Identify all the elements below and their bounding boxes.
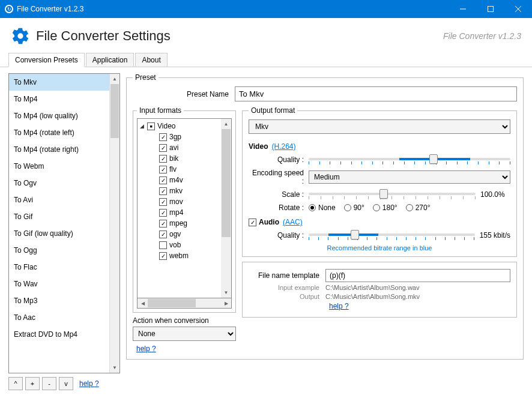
window-minimize-button[interactable] xyxy=(449,0,477,18)
window-title: File Converter v1.2.3 xyxy=(17,5,449,13)
encoding-speed-select[interactable]: Medium xyxy=(309,170,510,184)
hscrollbar-thumb[interactable] xyxy=(148,299,196,307)
preset-list-item[interactable]: To Gif (low quality) xyxy=(9,225,109,242)
input-format-checkbox[interactable] xyxy=(159,166,167,173)
input-format-checkbox[interactable] xyxy=(159,176,167,184)
tree-collapse-icon[interactable]: ◢ xyxy=(140,123,147,129)
video-quality-slider[interactable] xyxy=(309,153,510,166)
input-formats-help-link[interactable]: help ? xyxy=(136,345,236,353)
input-format-root[interactable]: ◢ Video xyxy=(138,121,221,131)
preset-remove-button[interactable]: - xyxy=(42,377,56,390)
audio-quality-label: Quality : xyxy=(249,231,309,240)
rotate-option[interactable]: 90° xyxy=(344,204,364,212)
input-format-checkbox[interactable] xyxy=(159,144,167,152)
preset-list-item[interactable]: To Gif xyxy=(9,208,109,225)
input-format-item[interactable]: webm xyxy=(138,250,221,261)
rotate-option[interactable]: 270° xyxy=(406,204,431,212)
input-format-label: ogv xyxy=(169,230,181,238)
tab-conversion-presets[interactable]: Conversion Presets xyxy=(8,53,85,67)
preset-list-item[interactable]: To Mp3 xyxy=(9,292,109,309)
video-codec-link[interactable]: (H.264) xyxy=(271,142,295,151)
input-formats-vscrollbar[interactable]: ▲ ▼ xyxy=(221,119,231,298)
input-format-item[interactable]: bik xyxy=(138,153,221,164)
preset-list-item[interactable]: To Webm xyxy=(9,158,109,175)
preset-name-input[interactable] xyxy=(235,86,517,101)
preset-list-item[interactable]: To Flac xyxy=(9,259,109,276)
preset-move-up-button[interactable]: ^ xyxy=(8,377,23,390)
tab-application[interactable]: Application xyxy=(86,53,135,67)
preset-list-item[interactable]: To Mkv xyxy=(9,74,109,91)
window-close-button[interactable] xyxy=(504,0,532,18)
page-header: File Converter Settings File Converter v… xyxy=(0,18,532,53)
radio-icon xyxy=(309,204,316,211)
preset-list-item[interactable]: To Ogg xyxy=(9,242,109,259)
preset-list-item[interactable]: To Mp4 (rotate left) xyxy=(9,124,109,141)
input-formats-hscrollbar[interactable]: ◀ ▶ xyxy=(137,298,232,309)
input-format-label: mpeg xyxy=(169,219,187,228)
input-format-checkbox[interactable] xyxy=(159,209,167,217)
preset-list-item[interactable]: To Mp4 (low quality) xyxy=(9,107,109,124)
scroll-up-icon[interactable]: ▲ xyxy=(110,74,119,84)
input-format-label: mp4 xyxy=(169,208,183,217)
preset-list-item[interactable]: To Ogv xyxy=(9,175,109,191)
preset-move-down-button[interactable]: v xyxy=(59,377,73,390)
scroll-down-icon[interactable]: ▼ xyxy=(221,288,231,298)
audio-codec-link[interactable]: (AAC) xyxy=(283,218,303,226)
preset-list-item[interactable]: To Avi xyxy=(9,191,109,208)
rotate-option[interactable]: None xyxy=(309,204,336,212)
input-format-checkbox[interactable] xyxy=(159,155,167,163)
input-format-item[interactable]: mp4 xyxy=(138,207,221,218)
input-format-item[interactable]: m4v xyxy=(138,175,221,185)
tab-about[interactable]: About xyxy=(135,53,167,67)
action-when-conversion-select[interactable]: None xyxy=(133,327,236,341)
preset-list-item[interactable]: To Mp4 (rotate right) xyxy=(9,141,109,158)
filename-help-link[interactable]: help ? xyxy=(329,302,349,310)
scrollbar-thumb[interactable] xyxy=(110,84,119,138)
filename-template-input[interactable] xyxy=(325,269,510,282)
input-format-checkbox[interactable] xyxy=(159,220,167,228)
scroll-right-icon[interactable]: ▶ xyxy=(221,298,231,308)
input-format-label: webm xyxy=(169,252,189,260)
preset-list-item[interactable]: To Wav xyxy=(9,276,109,292)
output-format-select[interactable]: Mkv xyxy=(249,119,510,134)
audio-quality-slider[interactable] xyxy=(309,229,475,242)
input-format-item[interactable]: ogv xyxy=(138,229,221,240)
input-format-item[interactable]: flv xyxy=(138,164,221,175)
input-format-item[interactable]: mpeg xyxy=(138,218,221,229)
rotate-option-label: 270° xyxy=(416,204,431,212)
input-format-label: 3gp xyxy=(169,133,181,141)
preset-name-label: Preset Name xyxy=(133,90,235,98)
input-format-checkbox[interactable] xyxy=(159,133,167,141)
audio-quality-value: 155 kbit/s xyxy=(480,231,510,240)
input-format-checkbox[interactable] xyxy=(159,241,167,249)
input-format-label: avi xyxy=(169,143,178,152)
input-format-checkbox[interactable] xyxy=(159,231,167,238)
preset-list-item[interactable]: To Mp4 xyxy=(9,91,109,107)
scroll-left-icon[interactable]: ◀ xyxy=(138,298,148,308)
scale-slider[interactable] xyxy=(309,188,476,201)
rotate-option[interactable]: 180° xyxy=(373,204,397,212)
scroll-down-icon[interactable]: ▼ xyxy=(110,363,119,373)
preset-list-scrollbar[interactable]: ▲ ▼ xyxy=(109,74,119,373)
rotate-label: Rotate : xyxy=(249,204,309,212)
input-format-checkbox[interactable] xyxy=(159,187,167,195)
input-format-item[interactable]: avi xyxy=(138,142,221,153)
input-format-checkbox[interactable] xyxy=(159,198,167,206)
presets-help-link[interactable]: help ? xyxy=(79,379,99,388)
scrollbar-thumb[interactable] xyxy=(222,129,231,237)
audio-enabled-checkbox[interactable] xyxy=(249,219,256,226)
scroll-up-icon[interactable]: ▲ xyxy=(221,119,231,129)
preset-legend: Preset xyxy=(133,73,159,82)
header-version: File Converter v1.2.3 xyxy=(443,31,521,41)
preset-add-button[interactable]: + xyxy=(25,377,40,390)
input-format-item[interactable]: mov xyxy=(138,196,221,207)
preset-list-item[interactable]: To Aac xyxy=(9,309,109,326)
preset-list-item[interactable]: Extract DVD to Mp4 xyxy=(9,326,109,343)
input-format-root-check[interactable] xyxy=(147,122,155,130)
window-maximize-button[interactable] xyxy=(477,0,504,18)
input-format-item[interactable]: 3gp xyxy=(138,131,221,142)
scale-value: 100.0% xyxy=(480,190,510,199)
input-format-item[interactable]: vob xyxy=(138,240,221,250)
input-format-item[interactable]: mkv xyxy=(138,185,221,196)
input-format-checkbox[interactable] xyxy=(159,252,167,260)
